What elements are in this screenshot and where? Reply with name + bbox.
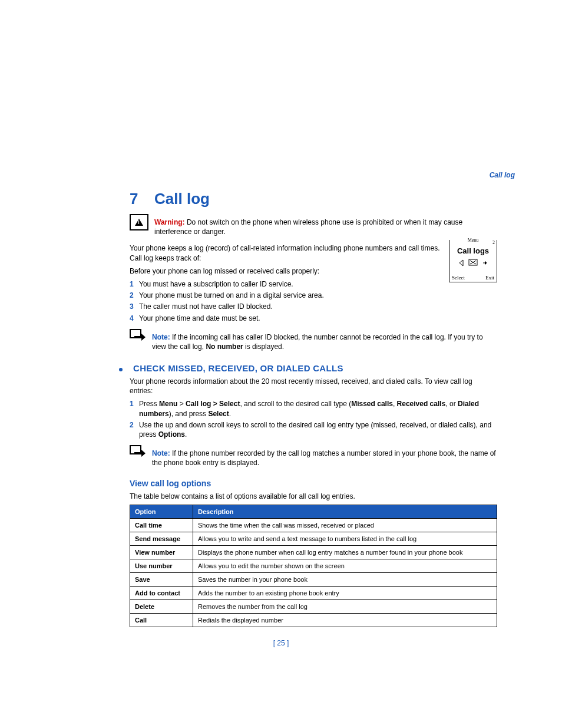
intro-paragraph-1: Your phone keeps a log (record) of call-… <box>130 243 497 262</box>
note-text: Note: If the phone number recorded by th… <box>152 449 497 467</box>
header-section-tag: Call log <box>47 171 515 179</box>
table-row: Add to contactAdds the number to an exis… <box>130 586 497 599</box>
warning-icon <box>130 214 148 230</box>
note-label: Note: <box>152 449 170 457</box>
list-item: 1Press Menu > Call log > Select, and scr… <box>130 399 497 418</box>
chapter-heading: 7 Call log <box>130 190 497 208</box>
note-text: Note: If the incoming call has caller ID… <box>152 332 497 351</box>
note-block: Note: If the incoming call has caller ID… <box>130 329 497 355</box>
th-option: Option <box>130 505 193 518</box>
th-description: Description <box>193 505 497 518</box>
warning-text: Warning: Do not switch on the phone when… <box>154 218 497 236</box>
intro-paragraph-2: Before your phone can log missed or rece… <box>130 266 497 276</box>
note-block: Note: If the phone number recorded by th… <box>130 445 497 471</box>
subsection-title: View call log options <box>130 479 497 488</box>
options-table: OptionDescription Call timeShows the tim… <box>130 505 497 627</box>
requirements-list: 1You must have a subscription to caller … <box>130 279 497 323</box>
table-row: View numberDisplays the phone number whe… <box>130 545 497 559</box>
list-item: 2Your phone must be turned on and in a d… <box>130 291 497 300</box>
bullet-icon <box>119 368 123 371</box>
list-item: 2Use the up and down scroll keys to scro… <box>130 420 497 439</box>
list-item: 1You must have a subscription to caller … <box>130 279 497 289</box>
table-row: Send messageAllows you to write and send… <box>130 532 497 545</box>
table-row: CallRedials the displayed number <box>130 613 497 627</box>
table-row: Call timeShows the time when the call wa… <box>130 518 497 532</box>
note-icon <box>130 445 146 458</box>
note-icon <box>130 329 146 342</box>
warning-label: Warning: <box>154 218 185 226</box>
table-header-row: OptionDescription <box>130 505 497 518</box>
warning-block: Warning: Do not switch on the phone when… <box>130 214 497 240</box>
section-heading: CHECK MISSED, RECEIVED, OR DIALED CALLS <box>130 363 497 373</box>
chapter-title: Call log <box>154 190 210 208</box>
page-number: [ 25 ] <box>47 639 515 647</box>
phone-screen-illustration: Menu 2 Call logs SelectExit <box>449 240 497 282</box>
table-row: Use numberAllows you to edit the number … <box>130 559 497 572</box>
table-row: DeleteRemoves the number from the call l… <box>130 599 497 613</box>
section-intro: Your phone records information about the… <box>130 377 497 396</box>
list-item: 4Your phone time and date must be set. <box>130 314 497 323</box>
steps-list: 1Press Menu > Call log > Select, and scr… <box>130 399 497 439</box>
list-item: 3The caller must not have caller ID bloc… <box>130 302 497 311</box>
section-title: CHECK MISSED, RECEIVED, OR DIALED CALLS <box>133 363 343 373</box>
table-caption: The table below contains a list of optio… <box>130 492 497 501</box>
note-label: Note: <box>152 333 170 341</box>
chapter-number: 7 <box>130 190 154 208</box>
table-row: SaveSaves the number in your phone book <box>130 572 497 586</box>
